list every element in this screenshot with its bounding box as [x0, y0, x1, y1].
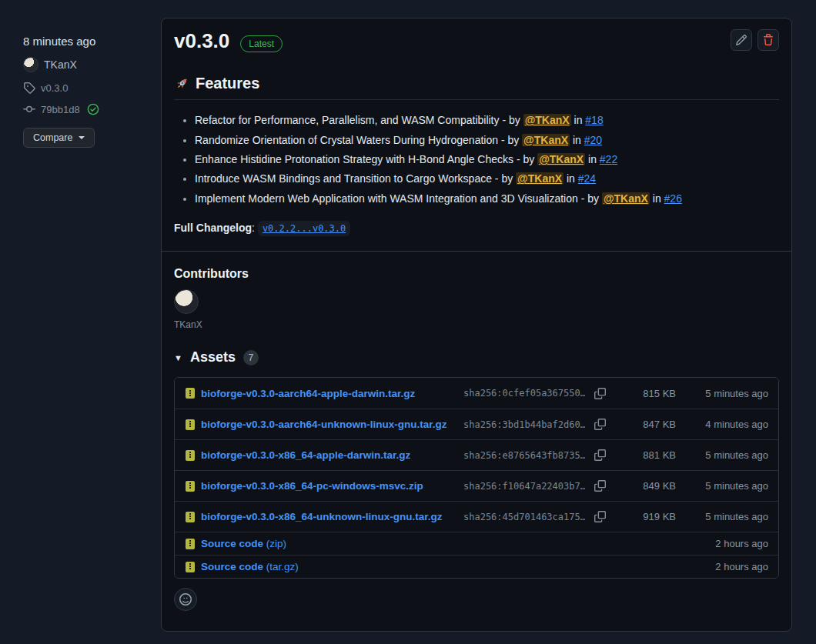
feature-text: Randomize Orientation of Crystal Waters …	[195, 134, 519, 146]
author-avatar[interactable]	[23, 57, 38, 72]
feature-text: Introduce WASM Bindings and Transition t…	[195, 172, 513, 185]
card-header: v0.3.0 Latest	[174, 29, 779, 53]
asset-sha256: sha256:3bd1b44baf2d60…	[463, 419, 585, 430]
zip-file-icon	[186, 539, 195, 549]
author-row[interactable]: TKanX	[23, 57, 150, 72]
copy-icon[interactable]	[591, 480, 608, 492]
compare-button[interactable]: Compare	[23, 128, 95, 148]
source-code-row: Source code (zip) 2 hours ago	[175, 532, 778, 555]
copy-icon[interactable]	[591, 449, 608, 461]
feature-item: Introduce WASM Bindings and Transition t…	[195, 169, 779, 189]
assets-count-badge: 7	[243, 350, 259, 365]
features-heading: Features	[174, 75, 779, 100]
feature-text: Enhance Histidine Protonation Strategy w…	[195, 153, 534, 165]
source-code-targz-link[interactable]: Source code (tar.gz)	[201, 561, 676, 572]
asset-size: 849 KB	[614, 480, 676, 492]
feature-in: in	[574, 114, 583, 126]
zip-file-icon	[186, 512, 195, 522]
mention-link[interactable]: @TKanX	[602, 192, 650, 205]
feature-item: Implement Modern Web Application with WA…	[195, 189, 779, 209]
mention-link[interactable]: @TKanX	[516, 172, 564, 185]
asset-download-link[interactable]: bioforge-v0.3.0-x86_64-unknown-linux-gnu…	[201, 511, 457, 522]
trash-icon	[762, 34, 774, 46]
contributor-name: TKanX	[174, 319, 779, 330]
asset-row: bioforge-v0.3.0-x86_64-apple-darwin.tar.…	[175, 439, 778, 470]
commit-icon	[23, 103, 35, 115]
zip-file-icon	[186, 450, 195, 461]
asset-download-link[interactable]: bioforge-v0.3.0-aarch64-apple-darwin.tar…	[201, 388, 457, 399]
zip-file-icon	[186, 481, 195, 492]
edit-release-button[interactable]	[731, 29, 752, 51]
copy-icon[interactable]	[591, 388, 608, 399]
feature-in: in	[588, 153, 597, 165]
asset-download-link[interactable]: bioforge-v0.3.0-aarch64-unknown-linux-gn…	[201, 419, 457, 430]
feature-in: in	[567, 172, 575, 185]
source-code-zip-link[interactable]: Source code (zip)	[201, 538, 676, 549]
release-card: v0.3.0 Latest Features	[161, 18, 792, 632]
asset-row: bioforge-v0.3.0-x86_64-unknown-linux-gnu…	[175, 501, 778, 532]
asset-size: 815 KB	[614, 388, 676, 399]
feature-item: Randomize Orientation of Crystal Waters …	[195, 131, 779, 150]
mention-link[interactable]: @TKanX	[523, 114, 571, 126]
feature-text: Refactor for Performance, Parallelism, a…	[195, 114, 520, 126]
pr-link[interactable]: #24	[578, 172, 596, 185]
feature-item: Enhance Histidine Protonation Strategy w…	[195, 150, 779, 169]
assets-table: bioforge-v0.3.0-aarch64-apple-darwin.tar…	[174, 377, 779, 579]
features-heading-label: Features	[196, 75, 259, 92]
tag-name: v0.3.0	[41, 82, 68, 94]
verified-badge-icon[interactable]	[87, 103, 99, 115]
zip-file-icon	[186, 388, 195, 399]
asset-sha256: sha256:45d701463ca175…	[463, 512, 585, 522]
asset-size: 881 KB	[614, 449, 676, 461]
mention-link[interactable]: @TKanX	[537, 153, 585, 165]
disclosure-triangle-icon[interactable]: ▼	[174, 353, 182, 362]
release-sidebar: 8 minutes ago TKanX v0.3.0 79bb1d8 Compa…	[23, 35, 150, 148]
zip-file-icon	[186, 419, 195, 430]
full-changelog-link[interactable]: v0.2.2...v0.3.0	[258, 221, 350, 236]
asset-row: bioforge-v0.3.0-x86_64-pc-windows-msvc.z…	[175, 470, 778, 501]
pr-link[interactable]: #26	[664, 192, 682, 205]
add-reaction-button[interactable]	[174, 588, 197, 611]
copy-icon[interactable]	[591, 511, 608, 522]
commit-sha[interactable]: 79bb1d8	[41, 104, 80, 115]
pr-link[interactable]: #20	[584, 134, 602, 146]
assets-header: ▼ Assets 7	[174, 349, 779, 365]
commit-row[interactable]: 79bb1d8	[23, 103, 150, 115]
feature-text: Implement Modern Web Application with WA…	[195, 192, 599, 205]
asset-time: 5 minutes ago	[682, 449, 768, 461]
contributors-heading: Contributors	[174, 267, 779, 281]
asset-download-link[interactable]: bioforge-v0.3.0-x86_64-apple-darwin.tar.…	[201, 449, 457, 461]
pr-link[interactable]: #18	[585, 114, 603, 126]
asset-download-link[interactable]: bioforge-v0.3.0-x86_64-pc-windows-msvc.z…	[201, 480, 457, 492]
delete-release-button[interactable]	[757, 29, 779, 51]
asset-sha256: sha256:0cfef05a367550…	[463, 388, 585, 399]
full-changelog-line: Full Changelog: v0.2.2...v0.3.0	[174, 222, 779, 234]
copy-icon[interactable]	[591, 419, 608, 430]
asset-time: 5 minutes ago	[682, 388, 768, 399]
source-code-row: Source code (tar.gz) 2 hours ago	[175, 555, 778, 578]
pencil-icon	[735, 34, 747, 46]
asset-time: 4 minutes ago	[682, 419, 768, 430]
contributor-avatar[interactable]	[174, 289, 199, 314]
pr-link[interactable]: #22	[600, 153, 617, 165]
tag-row[interactable]: v0.3.0	[23, 82, 150, 94]
author-name[interactable]: TKanX	[44, 58, 77, 71]
feature-in: in	[653, 192, 661, 205]
feature-item: Refactor for Performance, Parallelism, a…	[195, 111, 779, 130]
zip-file-icon	[186, 562, 195, 572]
asset-row: bioforge-v0.3.0-aarch64-unknown-linux-gn…	[175, 409, 778, 439]
asset-size: 847 KB	[614, 419, 676, 430]
assets-title[interactable]: Assets	[190, 349, 236, 365]
smiley-icon	[179, 593, 192, 606]
release-title: v0.3.0	[174, 29, 229, 53]
chevron-down-icon	[79, 136, 85, 139]
mention-link[interactable]: @TKanX	[522, 134, 570, 146]
asset-row: bioforge-v0.3.0-aarch64-apple-darwin.tar…	[175, 378, 778, 409]
asset-time: 2 hours ago	[682, 538, 768, 549]
rocket-emoji	[174, 76, 189, 92]
asset-time: 5 minutes ago	[682, 511, 768, 522]
section-divider	[162, 251, 791, 252]
asset-sha256: sha256:e8765643fb8735…	[463, 450, 585, 461]
features-list: Refactor for Performance, Parallelism, a…	[174, 111, 779, 209]
asset-sha256: sha256:f10647a22403b7…	[463, 481, 585, 492]
